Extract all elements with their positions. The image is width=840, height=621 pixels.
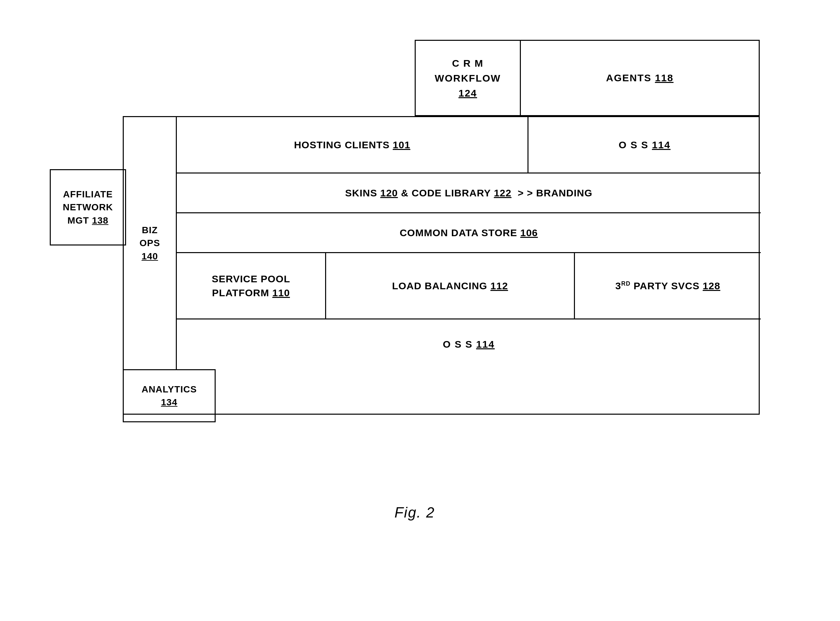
common-data-store-label: COMMON DATA STORE 106 [400,227,538,239]
caption-text: Fig. 2 [395,504,435,521]
biz-ops-label: BIZOPS140 [139,224,160,263]
hosting-clients-ref: 101 [393,139,410,150]
agents-box: AGENTS 118 [521,40,760,116]
crm-workflow-ref: 124 [459,88,477,98]
code-library-ref: 122 [494,188,512,198]
load-balancing-box: LOAD BALANCING 112 [326,253,575,318]
main-outer-box: BIZOPS140 HOSTING CLIENTS 101 O S S 114 … [123,116,760,415]
analytics-ref: 134 [161,397,177,407]
crm-workflow-box: C R MWORKFLOW124 [415,40,521,116]
oss-top-ref: 114 [652,139,670,150]
skins-ref: 120 [380,188,398,198]
agents-label: AGENTS 118 [606,72,674,83]
inner-content: HOSTING CLIENTS 101 O S S 114 SKINS 120 … [177,117,761,369]
common-data-store-ref: 106 [520,227,538,238]
affiliate-label: AFFILIATENETWORKMGT 138 [63,188,113,227]
analytics-label: ANALYTICS134 [142,383,197,409]
oss-top-label: O S S 114 [619,139,670,151]
biz-ops-box: BIZOPS140 [124,117,177,369]
oss-bottom-ref: 114 [476,339,495,350]
service-pool-ref: 110 [272,287,290,298]
page: C R MWORKFLOW124 AGENTS 118 AFFILIATENET… [0,0,840,621]
affiliate-ref: 138 [92,215,109,226]
biz-ops-ref: 140 [142,251,158,261]
diagram-container: C R MWORKFLOW124 AGENTS 118 AFFILIATENET… [50,40,779,538]
agents-ref: 118 [655,72,674,83]
service-pool-label: SERVICE POOLPLATFORM 110 [212,272,290,300]
analytics-box: ANALYTICS134 [123,369,216,422]
third-party-ref: 128 [703,280,720,291]
crm-workflow-label: C R MWORKFLOW124 [434,56,501,100]
hosting-clients-label: HOSTING CLIENTS 101 [294,139,410,151]
load-balancing-ref: 112 [490,280,508,291]
skins-row: SKINS 120 & CODE LIBRARY 122 > > BRANDIN… [177,174,761,213]
third-party-box: 3RD PARTY SVCS 128 [575,253,761,318]
affiliate-box: AFFILIATENETWORKMGT 138 [50,169,126,245]
oss-bottom-row: O S S 114 [177,320,761,369]
load-balancing-label: LOAD BALANCING 112 [392,280,508,292]
service-pool-box: SERVICE POOLPLATFORM 110 [177,253,326,318]
row1: HOSTING CLIENTS 101 O S S 114 [177,117,761,174]
figure-caption: Fig. 2 [395,504,435,521]
common-data-store-row: COMMON DATA STORE 106 [177,213,761,253]
oss-top-box: O S S 114 [528,117,761,173]
third-party-label: 3RD PARTY SVCS 128 [615,280,720,292]
skins-row-label: SKINS 120 & CODE LIBRARY 122 > > BRANDIN… [345,188,593,199]
oss-bottom-label: O S S 114 [443,339,495,350]
row4: SERVICE POOLPLATFORM 110 LOAD BALANCING … [177,253,761,320]
hosting-clients-box: HOSTING CLIENTS 101 [177,117,528,173]
